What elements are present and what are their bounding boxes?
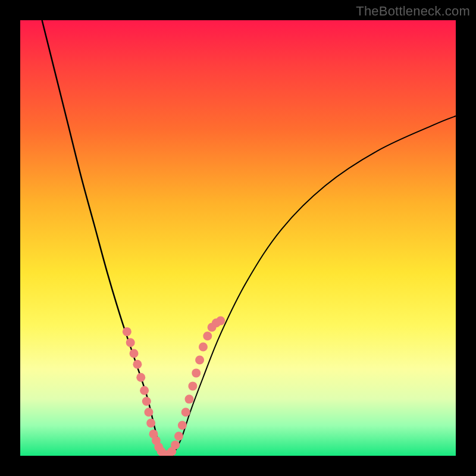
highlight-dot (140, 386, 149, 395)
highlight-dot (171, 440, 180, 449)
chart-svg (20, 20, 456, 456)
curve-right (173, 116, 456, 456)
highlight-dot (192, 368, 201, 377)
highlight-dot (195, 355, 204, 364)
highlight-dot (203, 331, 212, 340)
highlight-dot (199, 343, 208, 352)
highlight-dot (123, 327, 131, 336)
highlight-dots-right (164, 317, 225, 456)
highlight-dot (181, 408, 190, 416)
highlight-dots-left (123, 327, 168, 456)
watermark-text: TheBottleneck.com (356, 4, 470, 19)
highlight-dot (142, 397, 151, 406)
highlight-dot (146, 419, 155, 428)
highlight-dot (133, 360, 142, 369)
plot-area (20, 20, 456, 456)
highlight-dot (174, 432, 183, 441)
highlight-dot (144, 408, 153, 416)
highlight-dot (126, 338, 135, 347)
highlight-dot (130, 349, 139, 358)
highlight-dot (136, 373, 145, 382)
highlight-dot (178, 421, 187, 430)
highlight-dot (185, 394, 194, 403)
chart-frame: TheBottleneck.com (0, 0, 476, 476)
highlight-dot (188, 381, 197, 390)
highlight-dot (216, 317, 225, 325)
